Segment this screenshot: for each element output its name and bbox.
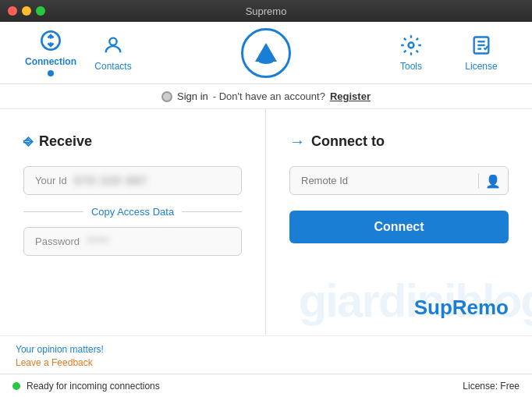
opinion-text: Your opinion matters! [16, 344, 516, 355]
logo-circle [241, 28, 291, 78]
connect-title: → Connect to [289, 133, 385, 151]
password-field: Password **** [23, 227, 242, 256]
remote-id-wrapper: 👤 [289, 166, 509, 195]
titlebar: Supremo [0, 0, 532, 22]
license-icon [470, 34, 492, 56]
signin-status-dot [161, 91, 172, 102]
receive-title: ⎆ Receive [23, 133, 92, 151]
app-window: Supremo Connection Contacts [0, 0, 532, 397]
license-label: License [465, 61, 497, 72]
signin-middle-text: - Don't have an account? [213, 90, 325, 102]
connect-button[interactable]: Connect [289, 211, 509, 243]
copy-access-link[interactable]: Copy Access Data [83, 206, 182, 218]
svg-rect-6 [259, 60, 273, 62]
license-text: License: Free [463, 381, 520, 392]
sidebar-item-contacts[interactable]: Contacts [86, 34, 140, 72]
copy-access-row: Copy Access Data [23, 206, 242, 218]
svg-marker-4 [255, 43, 277, 62]
sidebar-item-tools[interactable]: Tools [384, 34, 438, 72]
tools-label: Tools [400, 61, 422, 72]
maximize-button[interactable] [36, 6, 45, 16]
svg-point-3 [109, 37, 116, 44]
bottom-sections: Your opinion matters! Leave a Feedback R… [0, 335, 532, 397]
connection-icon [40, 30, 62, 51]
your-id-value: 570 220 697 [75, 175, 148, 186]
supremo-brand: SupRemo [414, 296, 509, 319]
active-indicator [48, 70, 54, 76]
main-panels: ⎆ Receive Your Id 570 220 697 Copy Acces… [0, 109, 532, 335]
status-left: Ready for incoming connections [12, 381, 160, 392]
register-link[interactable]: Register [330, 90, 371, 102]
your-id-label: Your Id [35, 175, 67, 186]
traffic-lights [8, 6, 45, 16]
contact-book-icon[interactable]: 👤 [478, 173, 501, 188]
receive-panel: ⎆ Receive Your Id 570 220 697 Copy Acces… [0, 109, 266, 335]
password-value: **** [87, 236, 109, 247]
copy-line-left [23, 211, 83, 212]
navbar: Connection Contacts [0, 22, 532, 84]
close-button[interactable] [8, 6, 17, 16]
sidebar-item-connection[interactable]: Connection [23, 30, 78, 76]
password-label: Password [35, 236, 80, 247]
connect-panel: → Connect to 👤 Connect SupRemo giardinib… [266, 109, 532, 335]
feedback-link[interactable]: Leave a Feedback [16, 357, 93, 368]
your-id-field: Your Id 570 220 697 [23, 166, 242, 195]
connection-label: Connection [25, 56, 76, 67]
contacts-icon [102, 34, 124, 56]
svg-point-7 [409, 42, 414, 48]
status-dot [12, 382, 20, 390]
connect-icon: → [289, 133, 305, 151]
window-title: Supremo [246, 5, 287, 17]
app-logo [241, 28, 291, 78]
signin-link[interactable]: Sign in [177, 90, 208, 102]
feedback-section: Your opinion matters! Leave a Feedback [0, 335, 532, 374]
status-bar: Ready for incoming connections License: … [0, 374, 532, 397]
minimize-button[interactable] [22, 6, 31, 16]
contacts-label: Contacts [94, 61, 131, 72]
status-text: Ready for incoming connections [27, 381, 160, 392]
logo-icon [251, 38, 281, 68]
remote-id-input[interactable] [289, 166, 509, 195]
signin-bar: Sign in - Don't have an account? Registe… [0, 84, 532, 109]
tools-icon [400, 34, 422, 56]
copy-line-right [182, 211, 242, 212]
sidebar-item-license[interactable]: License [454, 34, 509, 72]
receive-icon: ⎆ [23, 133, 33, 151]
